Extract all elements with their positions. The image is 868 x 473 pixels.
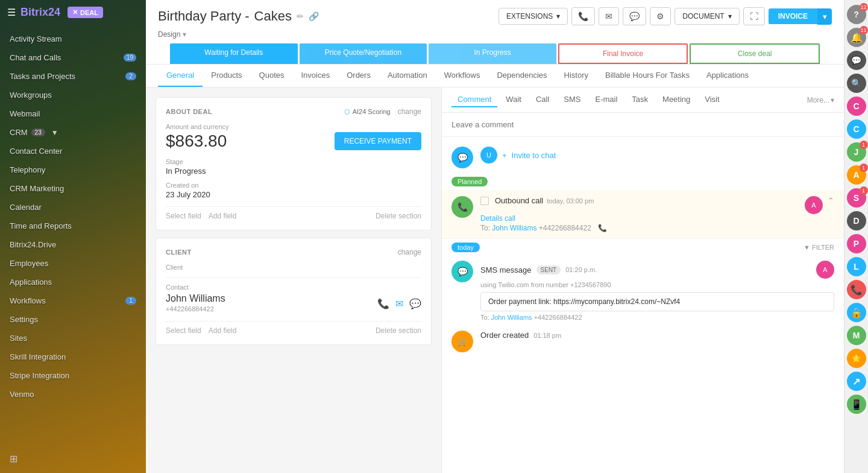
sidebar-avatar-10[interactable]: 🌟 xyxy=(847,349,866,368)
add-field-link[interactable]: Add field xyxy=(209,212,237,220)
sidebar-avatar-1[interactable]: C xyxy=(847,97,866,116)
phone-button[interactable]: 📞 xyxy=(571,7,595,25)
document-button[interactable]: DOCUMENT ▾ xyxy=(675,8,739,25)
sidebar-phone-green-icon[interactable]: 📱 xyxy=(847,395,866,414)
email-button[interactable]: ✉ xyxy=(599,7,619,25)
sidebar-item-chat-calls[interactable]: Chat and Calls 19 xyxy=(0,48,146,67)
sidebar-item-telephony[interactable]: Telephony xyxy=(0,160,146,179)
deal-badge[interactable]: ✕ DEAL xyxy=(68,7,103,18)
sms-avatar: A xyxy=(816,261,834,279)
sidebar-avatar-7[interactable]: P xyxy=(847,234,866,253)
lock-icon[interactable]: 🔒 xyxy=(847,303,866,322)
comment-input[interactable] xyxy=(451,118,834,132)
sidebar-item-drive[interactable]: Bitrix24.Drive xyxy=(0,235,146,254)
sidebar-item-stripe[interactable]: Stripe Integration xyxy=(0,366,146,385)
sidebar-item-employees[interactable]: Employees xyxy=(0,254,146,273)
comment-more-button[interactable]: More... ▾ xyxy=(807,96,834,104)
tab-dependencies[interactable]: Dependencies xyxy=(488,65,555,87)
sidebar-item-workflows[interactable]: Workflows 1 xyxy=(0,291,146,310)
search-sidebar-icon[interactable]: 🔍 xyxy=(847,74,866,93)
stage-close-deal[interactable]: Close deal xyxy=(690,43,820,64)
sidebar-avatar-8[interactable]: L xyxy=(847,257,866,276)
sidebar-export-icon[interactable]: ↗ xyxy=(847,372,866,391)
contact-phone-icon[interactable]: 📞 xyxy=(377,298,389,310)
settings-button[interactable]: ⚙ xyxy=(650,7,671,25)
tab-quotes[interactable]: Quotes xyxy=(251,65,293,87)
client-separator xyxy=(166,277,421,278)
comment-tab-sms[interactable]: SMS xyxy=(558,92,587,107)
comment-tab-visit[interactable]: Visit xyxy=(699,92,725,107)
comment-tab-wait[interactable]: Wait xyxy=(500,92,527,107)
filter-button[interactable]: ▼ FILTER xyxy=(804,244,834,251)
close-deal-badge-icon[interactable]: ✕ xyxy=(72,8,78,16)
tab-invoices[interactable]: Invoices xyxy=(292,65,338,87)
scoring-button[interactable]: ⬡ AI24 Scoring xyxy=(344,108,391,116)
client-change-link[interactable]: change xyxy=(398,248,421,256)
sidebar-item-contact-center[interactable]: Contact Center xyxy=(0,142,146,160)
stage-final-invoice[interactable]: Final Invoice xyxy=(558,43,688,64)
sidebar-avatar-9[interactable]: M xyxy=(847,326,866,345)
sidebar-avatar-6[interactable]: D xyxy=(847,211,866,230)
chat-bubble-icon[interactable]: 💬 xyxy=(847,51,866,70)
link-icon[interactable]: 🔗 xyxy=(309,11,319,21)
tab-automation[interactable]: Automation xyxy=(379,65,436,87)
client-delete-section-link[interactable]: Delete section xyxy=(376,326,421,335)
sidebar-item-crm[interactable]: CRM 23 ▼ xyxy=(0,123,146,142)
tab-general[interactable]: General xyxy=(158,65,203,87)
client-select-field-link[interactable]: Select field xyxy=(166,326,201,335)
tab-orders[interactable]: Orders xyxy=(338,65,379,87)
sms-to-name[interactable]: John Williams xyxy=(491,314,532,321)
contact-email-icon[interactable]: ✉ xyxy=(395,298,403,310)
tab-history[interactable]: History xyxy=(556,65,597,87)
sidebar-bottom-icon[interactable]: ⊞ xyxy=(0,449,146,468)
comment-tab-comment[interactable]: Comment xyxy=(451,92,497,107)
sidebar-item-webmail[interactable]: Webmail xyxy=(0,104,146,123)
extensions-button[interactable]: EXTENSIONS ▾ xyxy=(498,8,568,25)
invite-chat-link[interactable]: Invite to chat xyxy=(512,151,556,160)
receive-payment-button[interactable]: RECEIVE PAYMENT xyxy=(335,132,421,150)
client-add-field-link[interactable]: Add field xyxy=(209,326,237,335)
contact-chat-icon[interactable]: 💬 xyxy=(409,298,421,310)
sidebar-item-calendar[interactable]: Calendar xyxy=(0,198,146,217)
sidebar-item-time-reports[interactable]: Time and Reports xyxy=(0,217,146,235)
delete-section-link[interactable]: Delete section xyxy=(376,212,421,220)
stage-price-quote[interactable]: Price Quote/Negotiation xyxy=(300,43,427,64)
sidebar-item-venmo[interactable]: Venmo xyxy=(0,385,146,404)
order-content: Order created 01:18 pm xyxy=(480,331,834,340)
hamburger-menu-icon[interactable]: ☰ xyxy=(7,7,16,18)
sidebar-item-activity-stream[interactable]: Activity Stream xyxy=(0,30,146,48)
about-deal-change-link[interactable]: change xyxy=(398,107,421,116)
chat-button[interactable]: 💬 xyxy=(623,7,646,25)
tab-applications[interactable]: Applications xyxy=(698,65,757,87)
stage-in-progress[interactable]: In Progress xyxy=(429,43,556,64)
edit-title-icon[interactable]: ✏ xyxy=(297,11,304,21)
stage-waiting[interactable]: Waiting for Details xyxy=(170,43,298,64)
sidebar-item-crm-marketing[interactable]: CRM Marketing xyxy=(0,179,146,198)
outbound-call-checkbox[interactable] xyxy=(480,197,489,205)
sidebar-item-tasks-projects[interactable]: Tasks and Projects 2 xyxy=(0,67,146,86)
invoice-main-button[interactable]: INVOICE xyxy=(769,8,817,24)
expand-button[interactable]: ⛶ xyxy=(743,7,765,25)
details-call-link[interactable]: Details call xyxy=(480,214,834,223)
tab-products[interactable]: Products xyxy=(203,65,250,87)
contact-name: John Williams xyxy=(166,293,225,304)
about-deal-header: ABOUT DEAL ⬡ AI24 Scoring change xyxy=(166,107,421,116)
contact-info: John Williams +442266884422 xyxy=(166,293,225,314)
select-field-link[interactable]: Select field xyxy=(166,212,201,220)
sidebar-item-applications[interactable]: Applications xyxy=(0,273,146,291)
sidebar-avatar-2[interactable]: C xyxy=(847,119,866,139)
phone-call-icon[interactable]: 📞 xyxy=(847,280,866,299)
collapse-icon[interactable]: ⌃ xyxy=(828,196,834,205)
deal-title-row: Birthday Party - Cakes ✏ 🔗 EXTENSIONS ▾ … xyxy=(158,7,832,25)
sidebar-item-workgroups[interactable]: Workgroups xyxy=(0,86,146,104)
comment-tab-email[interactable]: E-mail xyxy=(589,92,623,107)
sidebar-item-sites[interactable]: Sites xyxy=(0,329,146,348)
tab-billable-hours[interactable]: Billable Hours For Tasks xyxy=(597,65,698,87)
comment-tab-task[interactable]: Task xyxy=(626,92,654,107)
comment-tab-meeting[interactable]: Meeting xyxy=(656,92,696,107)
sidebar-item-skrill[interactable]: Skrill Integration xyxy=(0,348,146,366)
comment-tab-call[interactable]: Call xyxy=(530,92,555,107)
sidebar-item-settings[interactable]: Settings xyxy=(0,310,146,329)
tab-workflows[interactable]: Workflows xyxy=(436,65,489,87)
invoice-dropdown-button[interactable]: ▾ xyxy=(817,8,832,25)
